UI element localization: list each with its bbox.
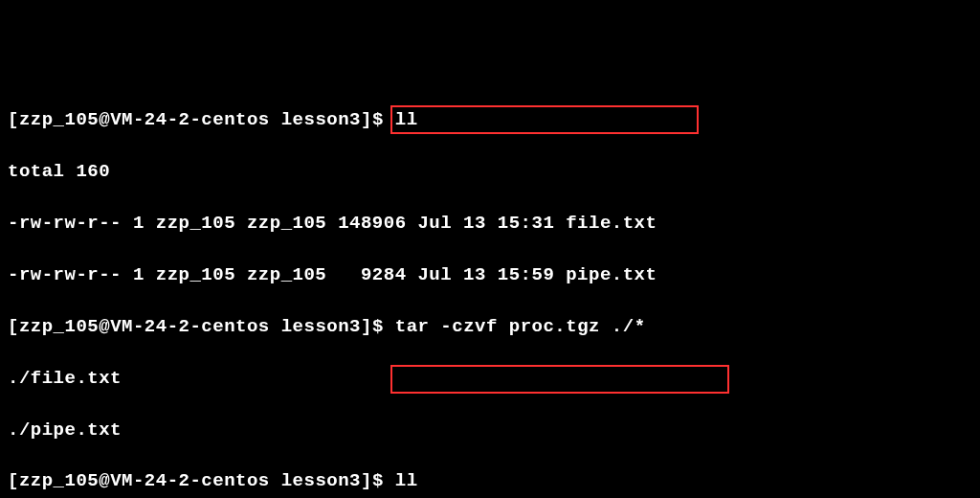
prompt: [zzp_105@VM-24-2-centos lesson3]$ [8,470,384,491]
prompt: [zzp_105@VM-24-2-centos lesson3]$ [8,316,384,337]
prompt: [zzp_105@VM-24-2-centos lesson3]$ [8,109,384,130]
tar-output: ./pipe.txt [8,418,972,443]
terminal-line: [zzp_105@VM-24-2-centos lesson3]$ ll [8,468,972,494]
file-row: -rw-rw-r-- 1 zzp_105 zzp_105 148906 Jul … [8,211,972,237]
file-row: -rw-rw-r-- 1 zzp_105 zzp_105 9284 Jul 13… [8,262,972,288]
command-input[interactable]: ll [395,109,418,130]
tar-output: ./file.txt [8,366,972,392]
terminal-line: [zzp_105@VM-24-2-centos lesson3]$ ll [8,107,972,133]
command-input[interactable]: tar -czvf proc.tgz ./* [395,316,646,337]
command-input[interactable]: ll [395,470,418,491]
output-total: total 160 [8,159,972,185]
terminal-line: [zzp_105@VM-24-2-centos lesson3]$ tar -c… [8,314,972,340]
